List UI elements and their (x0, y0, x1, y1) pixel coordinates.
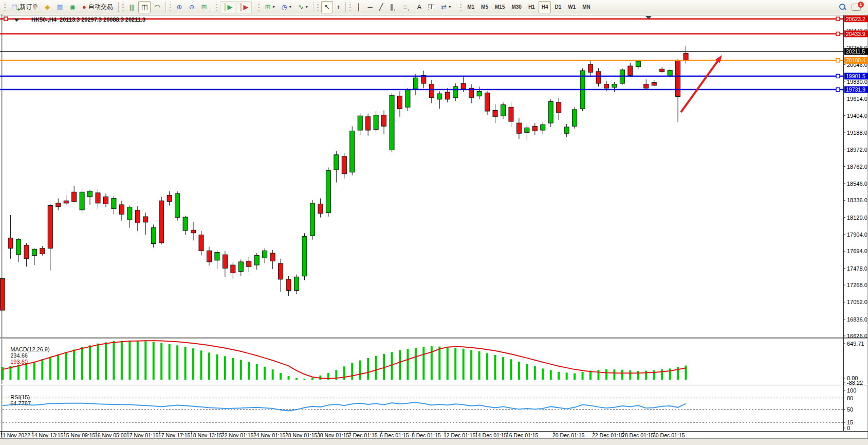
arrows-tool-button[interactable]: ⇄▾ (438, 1, 454, 13)
period-presets-button[interactable]: ◷▾ (278, 1, 294, 13)
period-presets-icon: ◷ (281, 4, 287, 10)
cursor-button[interactable]: ↖ (321, 1, 333, 13)
candle-up (477, 91, 482, 96)
zoom-out-button[interactable]: ⊖ (186, 1, 197, 13)
candle-down (279, 263, 283, 279)
macd-bar (216, 354, 218, 380)
timeframe-h4-button[interactable]: H4 (539, 1, 551, 13)
auto-scroll-button[interactable]: │▶ (220, 1, 235, 13)
timeframe-m5-button[interactable]: M5 (478, 1, 491, 13)
auto-trading-button[interactable]: ●自动交易 (79, 1, 116, 13)
line-handle[interactable] (836, 17, 840, 21)
macd-bar (81, 347, 83, 380)
bar-chart-mode-icon: ||| (130, 4, 135, 10)
timeframe-h1-button[interactable]: H1 (525, 1, 538, 13)
macd-name: MACD(12,26,9) (10, 346, 49, 352)
line-chart-mode-button[interactable]: ◠ (151, 1, 163, 13)
date-tick-label: 6 Dec 01:15 (380, 432, 409, 438)
timeframe-m15-button[interactable]: M15 (492, 1, 508, 13)
macd-bar (144, 341, 146, 380)
timeframe-m30-button[interactable]: M30 (508, 1, 524, 13)
candle-down (596, 72, 601, 83)
price-tick-label: 17052.0 (847, 299, 867, 305)
candle-up (334, 155, 339, 170)
macd-bar (89, 345, 91, 380)
candle-up (453, 86, 458, 98)
fibonacci-tool-button[interactable]: ≡F (400, 1, 414, 13)
toolbar-separator (313, 2, 314, 12)
macd-bar (582, 372, 584, 380)
line-handle[interactable] (4, 17, 8, 21)
timeframe-w1-button[interactable]: W1 (565, 1, 579, 13)
chart-shift-button[interactable]: │▶ (236, 1, 251, 13)
price-tick-label: 18762.0 (847, 164, 867, 170)
macd-bar (415, 348, 417, 380)
chart-title-ohlc: HK50-,H4 20113.3 20297.3 20088.3 20211.3 (31, 16, 145, 23)
candle-down (48, 206, 52, 248)
trendline-tool-button[interactable]: ╱ (376, 1, 386, 13)
line-handle[interactable] (836, 88, 840, 92)
crosshair-button[interactable]: + (334, 1, 344, 13)
line-handle[interactable] (836, 32, 840, 35)
candle-down (191, 230, 196, 233)
zoom-in-icon: ⊕ (177, 4, 182, 10)
candle-down (8, 238, 13, 248)
date-tick-label: 15 Nov 09:15 (63, 432, 96, 438)
candle-up (548, 102, 553, 123)
fibonacci-tool-icon: ≡ (403, 4, 408, 10)
candlestick-mode-button[interactable]: ◫ (138, 1, 151, 13)
vertical-line-tool-button[interactable]: │ (354, 1, 364, 13)
macd-bar (97, 344, 99, 380)
market-sound-button[interactable]: ◉ (67, 1, 79, 13)
chart-windows-icon: ▦ (57, 4, 63, 10)
macd-bar (399, 350, 401, 380)
candle-up (350, 131, 355, 172)
toolbar-separator (118, 2, 119, 12)
candle-down (644, 84, 649, 88)
chat-icon[interactable]: 1 (852, 4, 861, 11)
text-label-tool-button[interactable]: T (425, 1, 437, 13)
candle-down (119, 205, 124, 215)
rsi-value: 64.7787 (10, 400, 31, 406)
macd-bar (653, 370, 655, 380)
highlighter-button[interactable]: ◆ (42, 1, 53, 13)
line-handle[interactable] (836, 59, 840, 62)
tile-windows-button[interactable]: ⊞ (198, 1, 210, 13)
macd-bar (65, 352, 67, 380)
timeframe-d1-button[interactable]: D1 (551, 1, 564, 13)
timeframe-mn-button[interactable]: MN (579, 1, 594, 13)
bar-chart-mode-button[interactable]: ||| (126, 1, 138, 13)
toolbar-separator (254, 2, 255, 12)
macd-bar (200, 350, 202, 380)
search-icon[interactable] (839, 4, 846, 10)
text-tool-button[interactable]: A (414, 1, 424, 13)
candle-up (302, 237, 307, 276)
indicators-menu-button[interactable]: ∿▾ (295, 1, 311, 13)
candle-up (374, 115, 378, 130)
candle-down (167, 195, 172, 201)
price-tick-label: 17478.0 (847, 265, 867, 272)
macd-bar (375, 356, 377, 380)
date-tick-label: 14 Dec 01:15 (475, 432, 507, 438)
macd-bar (169, 344, 171, 380)
new-order-button[interactable]: ▤+新订单 (8, 1, 41, 13)
candle-up (310, 203, 315, 236)
macd-bar (391, 352, 393, 380)
price-tick-label: 19614.0 (847, 96, 867, 102)
macd-bar (113, 341, 115, 380)
date-tick-label: 11 Nov 2022 (0, 432, 30, 438)
macd-bar (478, 351, 481, 380)
new-chart-button[interactable]: ⊞▾ (262, 1, 278, 13)
zoom-in-button[interactable]: ⊕ (174, 1, 186, 13)
chart-windows-button[interactable]: ▦ (53, 1, 66, 13)
macd-bar (661, 369, 663, 380)
macd-bar (598, 370, 600, 380)
horizontal-line-tool-button[interactable]: ─ (364, 1, 375, 13)
chart-background (0, 14, 868, 445)
macd-bar (176, 345, 178, 380)
line-handle[interactable] (836, 74, 840, 78)
equidistant-channel-tool-button[interactable]: ∥E (386, 1, 399, 13)
macd-bar (256, 364, 258, 380)
macd-bar (160, 343, 162, 380)
timeframe-m1-button[interactable]: M1 (464, 1, 477, 13)
